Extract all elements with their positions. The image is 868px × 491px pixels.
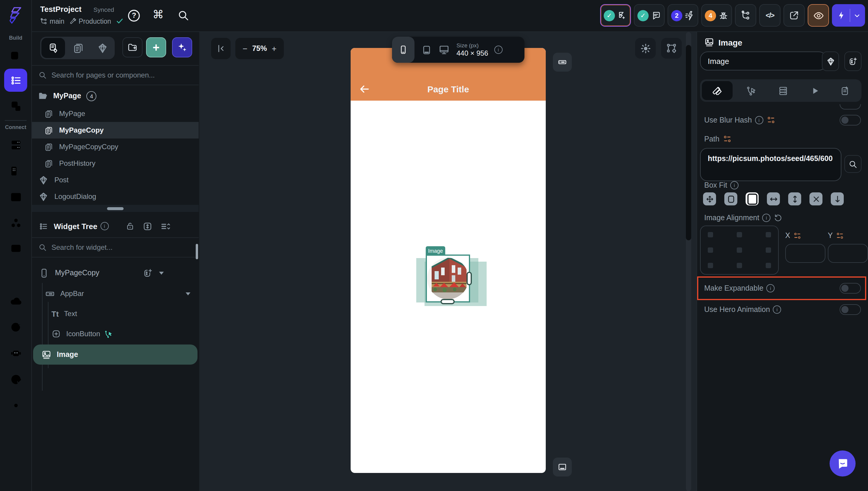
pages-search[interactable]: Search for pages or componen... (32, 66, 199, 85)
wrap-widget-button[interactable] (844, 52, 862, 71)
preview-button[interactable] (808, 4, 829, 27)
nav-tests-icon[interactable] (8, 319, 24, 335)
x-alignment-input[interactable] (785, 244, 826, 263)
tree-row-iconbutton[interactable]: IconButton (32, 325, 199, 342)
tree-row-image-selected[interactable]: Image (33, 345, 197, 365)
tree-root-row[interactable]: MyPageCopy (32, 264, 199, 282)
page-row[interactable]: MyPage (32, 105, 199, 122)
set-from-variable-icon[interactable] (836, 232, 844, 239)
box-fit-fitwidth-button[interactable] (767, 192, 780, 205)
zoom-out-button[interactable]: − (243, 44, 247, 53)
info-icon[interactable]: i (100, 222, 108, 230)
tab-pages-active[interactable] (41, 38, 65, 58)
align-dot[interactable] (737, 232, 742, 237)
path-search-button[interactable] (844, 155, 862, 173)
add-appbar-button[interactable] (553, 53, 572, 71)
tab-pages-only[interactable] (66, 38, 90, 58)
collapse-panel-button[interactable] (211, 38, 230, 59)
align-dot[interactable] (708, 232, 713, 237)
add-navbar-button[interactable] (553, 458, 572, 476)
resize-handle-bottom[interactable] (440, 299, 455, 304)
align-dot[interactable] (737, 263, 742, 268)
panel-scrollbar-thumb[interactable] (196, 244, 198, 259)
align-dot[interactable] (766, 232, 771, 237)
add-folder-button[interactable] (122, 37, 143, 57)
desktop-device-icon[interactable] (439, 45, 450, 55)
tree-row-appbar[interactable]: AppBar (32, 285, 199, 302)
info-icon[interactable]: i (730, 181, 739, 190)
use-hero-animation-toggle[interactable] (840, 304, 861, 315)
zoom-in-button[interactable]: + (272, 44, 276, 53)
info-icon[interactable]: i (773, 306, 781, 314)
tab-documentation[interactable] (830, 81, 860, 100)
canvas-settings-button[interactable] (661, 38, 682, 59)
flutterflow-logo[interactable] (7, 6, 26, 26)
box-fit-fitheight-button[interactable] (788, 192, 801, 205)
tab-actions[interactable] (736, 81, 766, 100)
use-blur-hash-toggle[interactable] (840, 115, 861, 125)
project-name[interactable]: TestProject (40, 5, 82, 13)
reset-icon[interactable] (774, 214, 782, 222)
widget-name-input[interactable] (700, 52, 827, 70)
folder-row[interactable]: MyPage 4 (32, 88, 199, 104)
nav-cloud-functions-icon[interactable] (8, 293, 24, 309)
add-widget-icon[interactable] (143, 268, 153, 278)
canvas-scrollbar-thumb[interactable] (686, 45, 691, 240)
device-phone-active[interactable] (392, 37, 414, 63)
nav-theme-icon[interactable] (8, 371, 24, 387)
expand-collapse-icon[interactable] (142, 221, 152, 231)
nav-integrations-icon[interactable] (8, 215, 24, 231)
issues-button[interactable]: 4 (701, 4, 732, 27)
phone-preview[interactable]: Page Title (351, 48, 546, 473)
lock-icon[interactable] (125, 221, 134, 231)
widget-search[interactable]: Search for widget... (32, 238, 199, 257)
make-expandable-toggle[interactable] (840, 283, 861, 294)
caret-down[interactable] (159, 271, 164, 275)
ai-generate-page-button[interactable] (172, 37, 192, 57)
resize-handle-right[interactable] (467, 272, 472, 285)
branch-name[interactable]: main (50, 18, 64, 25)
component-row[interactable]: LogoutDialog (32, 188, 199, 205)
box-fit-none-button[interactable] (809, 192, 823, 205)
ai-review-button[interactable]: ✓ (600, 4, 631, 27)
box-fit-cover-button-selected[interactable] (746, 192, 758, 205)
support-chat-button[interactable] (830, 451, 856, 476)
set-from-variable-icon[interactable] (723, 135, 731, 143)
nav-app-values-icon[interactable] (8, 267, 24, 283)
info-icon[interactable]: i (766, 284, 775, 292)
nav-ai-agents-icon[interactable] (8, 345, 24, 361)
nav-widget-palette-icon[interactable] (8, 47, 24, 63)
nav-media-assets-icon[interactable] (8, 189, 24, 205)
nav-media-icon[interactable] (8, 241, 24, 257)
convert-to-component-button[interactable] (822, 52, 839, 71)
align-dot[interactable] (766, 263, 771, 268)
environment-name[interactable]: Production (79, 18, 111, 25)
comments-button[interactable]: ✓ (634, 4, 664, 27)
panel-resize-handle[interactable] (107, 207, 124, 210)
canvas-scrollbar-track[interactable] (686, 32, 691, 491)
box-fit-fill-button[interactable] (703, 192, 716, 205)
tablet-device-icon[interactable] (422, 45, 432, 55)
tab-components-only[interactable] (91, 38, 114, 58)
tab-properties-active[interactable] (702, 81, 733, 100)
box-fit-contain-button[interactable] (724, 192, 737, 205)
box-fit-scaledown-button[interactable] (831, 192, 844, 205)
global-search-icon[interactable] (177, 9, 189, 21)
nav-data-types-icon[interactable] (8, 163, 24, 179)
run-chevron-icon[interactable] (854, 12, 860, 19)
command-menu-icon[interactable]: ⌘ (153, 8, 164, 21)
selected-image-widget[interactable] (426, 255, 470, 302)
export-button[interactable] (783, 4, 805, 27)
panel-resize-strip[interactable] (32, 205, 199, 212)
tab-animations[interactable] (799, 81, 830, 100)
nav-database-icon[interactable] (8, 137, 24, 153)
y-alignment-input[interactable] (828, 244, 868, 263)
alignment-grid[interactable] (700, 226, 779, 275)
view-code-button[interactable]: </> (759, 4, 780, 27)
path-input[interactable]: https://picsum.photos/seed/465/600 (700, 148, 841, 181)
branching-button[interactable] (735, 4, 756, 27)
info-icon[interactable]: i (755, 116, 763, 124)
size-info-icon[interactable]: i (494, 46, 502, 54)
align-dot[interactable] (766, 248, 771, 253)
align-dot[interactable] (737, 248, 742, 253)
